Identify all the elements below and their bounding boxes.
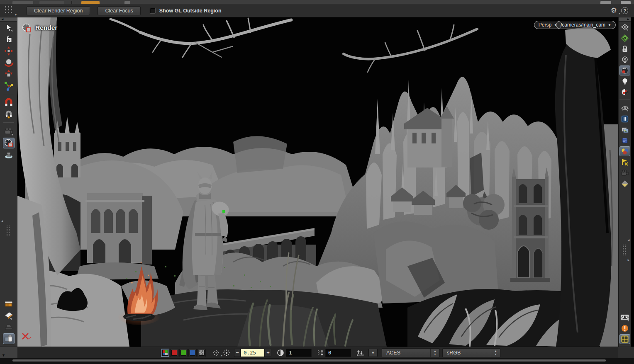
bottom-left-cell: ▼ xyxy=(0,347,17,358)
camera-path-label: /cameras/main_cam xyxy=(561,22,605,28)
headlight-icon[interactable] xyxy=(619,66,630,75)
display-transform-select[interactable]: sRGB ▲▼ xyxy=(442,348,500,357)
left-tool-column: ◄ xyxy=(0,17,17,347)
exposure-input[interactable] xyxy=(241,349,265,357)
visibility-off-icon[interactable] xyxy=(619,103,630,113)
clipped-icon xyxy=(124,1,130,4)
render-viewport[interactable]: Render Persp▼ /cameras/main_cam▼ xyxy=(17,17,618,347)
materials-icon[interactable] xyxy=(619,87,630,97)
divider xyxy=(71,1,72,4)
colorspace-select[interactable]: ACES ▲▼ xyxy=(382,348,440,357)
clipped-orange-icon xyxy=(81,1,100,4)
view-layout-icon[interactable] xyxy=(619,22,630,32)
clipped-icon xyxy=(600,1,611,4)
render-scene xyxy=(17,17,618,347)
bundles-icon[interactable] xyxy=(619,179,630,189)
channel-alpha-button[interactable] xyxy=(198,349,206,357)
gamma-icon[interactable] xyxy=(275,349,286,357)
scene-graph-icon[interactable] xyxy=(619,136,630,146)
exposure-increase-button[interactable]: + xyxy=(265,349,271,357)
background-image-icon[interactable] xyxy=(619,125,630,135)
right-tool-column: ► xyxy=(618,17,631,347)
display-transform-value: sRGB xyxy=(443,350,491,356)
right-toolbar-collapse-handle[interactable]: ► xyxy=(619,17,631,22)
exclude-flag-icon[interactable] xyxy=(619,157,630,167)
spinner-arrows-icon: ▲▼ xyxy=(430,349,439,357)
pane-arrow-icon[interactable]: ◄ xyxy=(0,220,4,223)
snap-points-tool-icon[interactable] xyxy=(3,109,15,120)
bottom-right-cell xyxy=(618,347,634,358)
render-view-badge: Render xyxy=(22,23,57,33)
brush-tool-icon[interactable] xyxy=(3,298,15,309)
clipped-icon xyxy=(621,1,631,4)
render-label: Render xyxy=(35,24,57,32)
channel-green-button[interactable] xyxy=(179,349,188,357)
auto-adjust-icon[interactable] xyxy=(354,349,366,357)
snapshot-tool-icon[interactable] xyxy=(3,333,15,344)
correction-dropdown-button[interactable]: ▼ xyxy=(368,349,378,357)
window-edge xyxy=(631,17,634,347)
clear-focus-button[interactable]: Clear Focus xyxy=(98,6,140,15)
pose-tool-icon[interactable] xyxy=(3,80,15,91)
pane-grip-handle[interactable] xyxy=(623,245,627,256)
visibility-icon[interactable] xyxy=(619,313,630,323)
display-correction-bar: ▼ ▾ − + xyxy=(0,347,634,358)
lock-camera-icon[interactable] xyxy=(619,44,630,54)
settings-gear-icon[interactable]: ⚙▾ xyxy=(611,7,617,14)
chevron-down-icon: ▼ xyxy=(608,23,611,27)
render-region-icon xyxy=(22,23,32,33)
flashlight-tool-icon[interactable] xyxy=(3,149,15,160)
clipped-toolbar-strip xyxy=(0,0,634,4)
pane-arrow-icon[interactable]: ◄ xyxy=(627,239,630,242)
messages-warning-icon[interactable] xyxy=(619,323,630,333)
pane-grip-handle[interactable] xyxy=(7,226,11,237)
help-icon[interactable]: ? xyxy=(621,7,628,14)
clear-render-region-button[interactable]: Clear Render Region xyxy=(27,6,90,15)
bottom-edge xyxy=(0,358,634,364)
show-gl-checkbox[interactable] xyxy=(150,8,156,14)
collapse-arrow-icon: ► xyxy=(627,18,630,21)
show-gl-label: Show GL Outside Region xyxy=(159,8,222,14)
shading-mode-icon[interactable] xyxy=(619,33,630,43)
offset-icon[interactable] xyxy=(315,349,325,357)
chevron-down-icon: ▾ xyxy=(15,13,17,17)
lights-off-icon[interactable] xyxy=(619,55,630,65)
secure-selection-tool-icon[interactable] xyxy=(3,34,15,45)
camera-icon[interactable] xyxy=(619,168,630,178)
translate-tool-icon[interactable] xyxy=(3,46,15,56)
houdini-render-view-window: ▾ Clear Render Region Clear Focus Show G… xyxy=(0,0,634,364)
channel-blue-button[interactable] xyxy=(188,349,197,357)
stamp-tool-icon[interactable] xyxy=(3,322,15,332)
expand-down-icon[interactable]: ▼ xyxy=(2,353,5,357)
channel-red-button[interactable] xyxy=(170,349,178,357)
exposure-decrease-button[interactable]: − xyxy=(234,349,241,357)
toolbar-grip-handle[interactable]: ▾ xyxy=(5,6,17,16)
snap-magnet-tool-icon[interactable] xyxy=(3,97,15,108)
left-toolbar-collapse-handle[interactable]: ◄ xyxy=(0,17,17,22)
camera-path-dropdown[interactable]: /cameras/main_cam▼ xyxy=(556,21,616,29)
gamma-input[interactable] xyxy=(286,349,312,357)
rotate-tool-icon[interactable] xyxy=(3,57,15,68)
pause-render-icon[interactable] xyxy=(619,114,630,124)
colorspace-value: ACES xyxy=(382,350,430,356)
view-mode-label: Persp xyxy=(539,22,551,28)
clipped-icon xyxy=(39,1,64,4)
lights-on-icon[interactable] xyxy=(619,76,630,86)
select-tool-icon[interactable] xyxy=(3,22,15,33)
horizontal-scrollbar[interactable] xyxy=(12,359,606,362)
exposure-icon[interactable] xyxy=(222,349,232,357)
render-region-tool-icon[interactable] xyxy=(3,138,15,148)
channel-rgba-button[interactable] xyxy=(161,349,169,357)
render-view-toolbar: ▾ Clear Render Region Clear Focus Show G… xyxy=(0,4,634,17)
offset-input[interactable] xyxy=(325,349,351,357)
shelf-tools-icon[interactable] xyxy=(3,310,15,321)
display-options-icon[interactable] xyxy=(619,146,630,156)
spinner-arrows-icon: ▲▼ xyxy=(491,349,500,357)
correction-menu-icon[interactable]: ▾ xyxy=(211,349,222,357)
viewport-layout-icon[interactable] xyxy=(619,334,630,344)
chevron-down-icon: ▾ xyxy=(619,12,620,15)
scale-tool-icon[interactable] xyxy=(3,69,15,80)
view-camera-tool-icon[interactable] xyxy=(3,126,15,137)
clipped-icon xyxy=(12,1,33,4)
pane-arrow-icon[interactable]: ► xyxy=(627,259,630,262)
